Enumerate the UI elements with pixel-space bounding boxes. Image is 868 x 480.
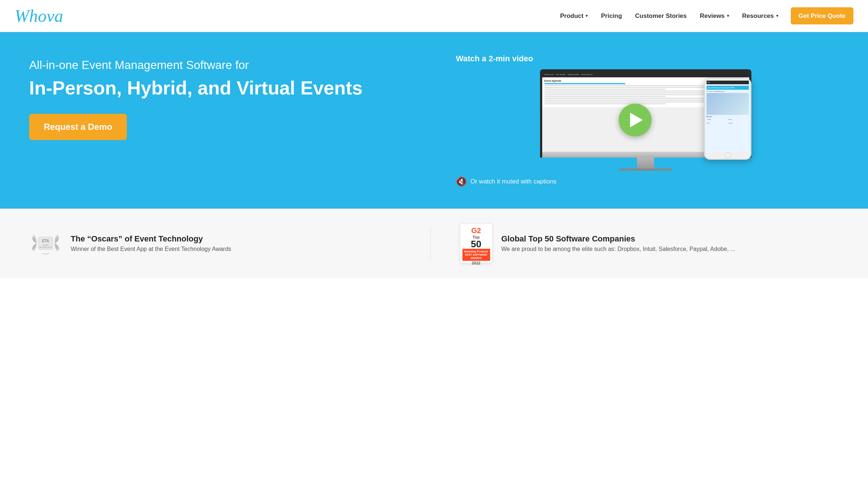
- muted-icon: 🔇: [456, 177, 467, 187]
- navbar: Whova Product ▾ Pricing Customer Stories…: [0, 0, 868, 32]
- g2-logo: G2: [471, 227, 481, 235]
- request-demo-button[interactable]: Request a Demo: [29, 114, 127, 140]
- hero-content-left: All-in-one Event Management Software for…: [29, 54, 430, 140]
- screen-line: [544, 89, 666, 90]
- nav-item-customer-stories[interactable]: Customer Stories: [630, 9, 692, 23]
- get-price-quote-button[interactable]: Get Price Quote: [791, 7, 853, 24]
- logo[interactable]: Whova: [15, 5, 73, 27]
- nav-item-reviews[interactable]: Reviews ▾: [695, 9, 734, 23]
- screen-line: [544, 101, 707, 102]
- screen-line: [544, 83, 625, 84]
- svg-text:TECHNOLOGY: TECHNOLOGY: [39, 246, 52, 248]
- nav-link-pricing[interactable]: Pricing: [596, 9, 627, 23]
- award-g2: G2 Top 50 Marketing Products BEST SOFTWA…: [453, 223, 839, 263]
- g2-award-description: We are proud to be among the elite such …: [501, 246, 735, 252]
- video-label: Watch a 2-min video: [456, 54, 533, 63]
- eta-wreath-svg: ETA EVENT TECHNOLOGY: [29, 227, 62, 260]
- screen-line: [544, 92, 707, 93]
- muted-video-link[interactable]: 🔇 Or watch it muted with captions: [456, 177, 556, 187]
- muted-label: Or watch it muted with captions: [470, 178, 556, 185]
- video-container[interactable]: WHAT WE DO WHO WE ARE WHERE WE ARE WORK …: [540, 69, 751, 171]
- g2-sub-text: BEST SOFTWARE AWARDS: [463, 253, 489, 260]
- screen-nav-item: WHERE WE ARE: [568, 74, 579, 76]
- eta-award-text: The “Oscars” of Event Technology Winner …: [71, 234, 231, 252]
- nav-label-customer-stories: Customer Stories: [635, 12, 687, 20]
- nav-menu: Product ▾ Pricing Customer Stories Revie…: [555, 9, 853, 23]
- nav-label-reviews: Reviews: [700, 12, 725, 20]
- nav-item-resources[interactable]: Resources ▾: [737, 9, 783, 23]
- screen-nav-item: WHAT WE DO: [544, 74, 554, 76]
- play-button[interactable]: [619, 104, 652, 136]
- chevron-down-icon: ▾: [727, 13, 729, 18]
- g2-band: Marketing Products BEST SOFTWARE AWARDS: [462, 249, 490, 261]
- nav-label-pricing: Pricing: [601, 12, 622, 20]
- nav-label-product: Product: [560, 12, 583, 20]
- g2-year: 2022: [472, 261, 480, 265]
- eta-award-icon: ETA EVENT TECHNOLOGY: [29, 227, 62, 260]
- screen-navbar: WHAT WE DO WHO WE ARE WHERE WE ARE WORK …: [542, 71, 749, 77]
- g2-badge-icon: G2 Top 50 Marketing Products BEST SOFTWA…: [460, 223, 493, 263]
- nav-item-product[interactable]: Product ▾: [555, 9, 593, 23]
- chevron-down-icon: ▾: [586, 13, 588, 18]
- svg-text:Whova: Whova: [15, 6, 63, 25]
- g2-top50: Top 50: [471, 235, 481, 249]
- monitor-stand: [637, 158, 654, 169]
- eta-award-title: The “Oscars” of Event Technology: [71, 234, 231, 244]
- phone-home-button[interactable]: [705, 152, 750, 159]
- screen-nav-item: WORK WITH US: [582, 74, 593, 76]
- play-button-overlay[interactable]: [619, 104, 652, 136]
- hero-subtitle: All-in-one Event Management Software for: [29, 58, 430, 73]
- request-demo-label: Request a Demo: [44, 122, 112, 132]
- nav-item-pricing[interactable]: Pricing: [596, 9, 627, 23]
- hero-section: All-in-one Event Management Software for…: [0, 32, 868, 209]
- awards-section: ETA EVENT TECHNOLOGY The “Oscars” of Eve…: [0, 209, 868, 278]
- hero-title: In-Person, Hybrid, and Virtual Events: [29, 77, 430, 99]
- g2-award-title: Global Top 50 Software Companies: [501, 234, 735, 244]
- g2-award-text: Global Top 50 Software Companies We are …: [501, 234, 735, 252]
- screen-line: [544, 87, 707, 88]
- monitor-foot: [619, 169, 672, 171]
- svg-text:ETA: ETA: [42, 239, 49, 243]
- award-eta: ETA EVENT TECHNOLOGY The “Oscars” of Eve…: [29, 227, 431, 260]
- phone-screen: Menu National Business Owner Summit 2019…: [705, 79, 750, 152]
- cta-label: Get Price Quote: [799, 12, 845, 19]
- nav-link-product[interactable]: Product ▾: [555, 9, 593, 23]
- nav-link-resources[interactable]: Resources ▾: [737, 9, 783, 23]
- chevron-down-icon: ▾: [776, 13, 778, 18]
- phone-mockup: Menu National Business Owner Summit 2019…: [704, 78, 751, 160]
- nav-label-resources: Resources: [742, 12, 774, 20]
- nav-link-reviews[interactable]: Reviews ▾: [695, 9, 734, 23]
- nav-item-cta[interactable]: Get Price Quote: [786, 12, 853, 20]
- g2-number: 50: [471, 239, 481, 249]
- screen-line: [544, 96, 666, 97]
- hero-content-right: Watch a 2-min video WHAT WE DO WHO WE AR…: [445, 54, 846, 187]
- screen-nav-item: WHO WE ARE: [556, 74, 566, 76]
- g2-badge: G2 Top 50 Marketing Products BEST SOFTWA…: [460, 223, 493, 263]
- eta-award-description: Winner of the Best Event App at the Even…: [71, 246, 231, 252]
- g2-band-text: Marketing Products: [463, 250, 489, 253]
- screen-line: [544, 98, 707, 99]
- whova-logo-svg: Whova: [15, 5, 73, 25]
- phone-home-indicator: [724, 152, 731, 159]
- nav-link-customer-stories[interactable]: Customer Stories: [630, 9, 692, 23]
